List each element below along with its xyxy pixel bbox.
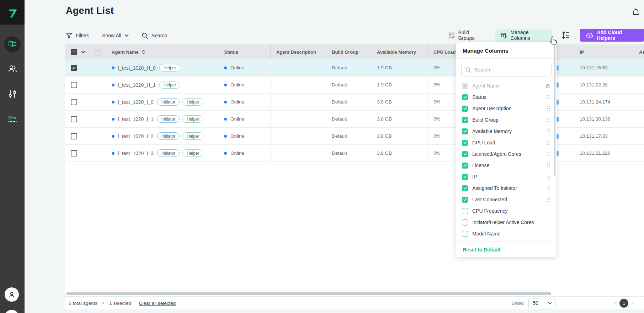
- panel-item-licensed-agent-cores[interactable]: Licensed/Agent Cores: [456, 148, 557, 160]
- panel-item-assigned-to-initiator[interactable]: Assigned To Initiator: [456, 182, 557, 194]
- drag-handle-icon[interactable]: [547, 152, 550, 156]
- selection-dropdown-chevron-icon[interactable]: [81, 51, 86, 54]
- column-header-available-memory[interactable]: Available Memory: [371, 44, 428, 59]
- column-header-agent-description[interactable]: Agent Description: [271, 44, 326, 59]
- panel-item-cpu-load[interactable]: CPU Load: [456, 137, 557, 148]
- panel-checkbox-checked[interactable]: [462, 151, 468, 157]
- row-checkbox[interactable]: [71, 82, 77, 88]
- panel-item-agent-name[interactable]: Agent Name: [456, 80, 557, 91]
- table-row[interactable]: l_test_1020_I_1InitiatorHelperOnlineDefa…: [65, 111, 644, 128]
- sidebar-item-users[interactable]: [0, 63, 25, 74]
- panel-checkbox-checked[interactable]: [462, 163, 468, 169]
- row-checkbox[interactable]: [71, 99, 77, 105]
- drag-handle-icon[interactable]: [547, 197, 550, 202]
- manage-columns-button[interactable]: Manage Columns: [495, 29, 552, 42]
- panel-search-input[interactable]: [474, 67, 545, 73]
- row-checkbox[interactable]: [71, 116, 77, 122]
- previous-page-chevron-icon[interactable]: ‹: [614, 300, 617, 306]
- clear-all-selected-link[interactable]: Clear all selected: [139, 301, 176, 306]
- sidebar-item-license[interactable]: [0, 113, 25, 124]
- horizontal-scrollbar[interactable]: [66, 292, 551, 295]
- badge-initiator: Initiator: [157, 115, 180, 123]
- notifications-bell-icon[interactable]: [631, 8, 641, 18]
- sort-carets-icon[interactable]: [142, 50, 145, 54]
- column-header-build-group[interactable]: Build Group: [326, 44, 371, 59]
- column-header-select[interactable]: [65, 44, 90, 59]
- row-checkbox[interactable]: [71, 150, 77, 156]
- filters-button[interactable]: Filters: [66, 32, 89, 39]
- drag-handle-icon[interactable]: [547, 140, 550, 145]
- panel-title: Manage Columns: [456, 42, 557, 59]
- panel-checkbox-checked[interactable]: [462, 197, 468, 203]
- panel-item-model-name[interactable]: Model Name: [456, 228, 557, 239]
- secondary-avatar-partial[interactable]: [5, 310, 19, 313]
- status-online-dot-icon: [224, 67, 227, 69]
- row-alert-cell: [90, 128, 106, 144]
- agent-name-text: l_test_1020_I_3: [118, 150, 154, 156]
- drag-handle-icon[interactable]: [547, 118, 550, 122]
- panel-footer: Reset to Default: [456, 242, 557, 257]
- panel-checkbox-unchecked[interactable]: [462, 219, 468, 226]
- panel-checkbox-unchecked[interactable]: [462, 208, 468, 214]
- key-icon: [7, 113, 18, 124]
- panel-checkbox-checked[interactable]: [462, 94, 468, 100]
- column-header-status[interactable]: Status: [218, 44, 271, 59]
- panel-item-ip[interactable]: IP: [456, 171, 557, 182]
- drag-handle-icon[interactable]: [547, 175, 550, 179]
- column-header-assigned-to-initiator[interactable]: Assigned To Initiator: [633, 44, 644, 59]
- show-label: Show:: [511, 301, 525, 306]
- table-row[interactable]: l_test_1020_H_0HelperOnlineDefault1.9 GB…: [65, 59, 644, 76]
- column-header-alert[interactable]: !: [90, 44, 106, 59]
- drag-handle-icon[interactable]: [547, 186, 550, 191]
- table-row[interactable]: l_test_1020_I_0InitiatorHelperOnlineDefa…: [65, 94, 644, 111]
- panel-checkbox-checked[interactable]: [462, 128, 468, 134]
- drag-handle-icon[interactable]: [547, 95, 550, 100]
- table-row[interactable]: l_test_1020_I_3InitiatorHelperOnlineDefa…: [65, 145, 644, 162]
- add-cloud-helpers-button[interactable]: Add Cloud Helpers: [580, 29, 644, 42]
- row-checkbox[interactable]: [71, 133, 77, 139]
- panel-checkbox-checked[interactable]: [462, 174, 468, 180]
- reset-to-default-link[interactable]: Reset to Default: [463, 247, 501, 253]
- show-all-dropdown[interactable]: Show All: [102, 33, 129, 38]
- panel-item-cpu-frequency[interactable]: CPU Frequency: [456, 205, 557, 217]
- panel-checkbox-checked[interactable]: [462, 185, 468, 191]
- build-groups-button[interactable]: Build Groups: [448, 30, 485, 41]
- panel-checkbox-checked[interactable]: [462, 140, 468, 146]
- search-button[interactable]: Search: [142, 32, 167, 39]
- panel-item-agent-description[interactable]: Agent Description: [456, 103, 557, 114]
- add-cloud-helpers-label: Add Cloud Helpers: [597, 30, 638, 41]
- panel-checkbox-checked[interactable]: [462, 117, 468, 123]
- row-checkbox-checked[interactable]: [71, 65, 77, 71]
- row-height-button[interactable]: [561, 31, 570, 40]
- panel-item-build-group[interactable]: Build Group: [456, 114, 557, 126]
- column-header-agent-name[interactable]: Agent Name: [106, 44, 218, 59]
- panel-scrollbar[interactable]: [554, 45, 555, 176]
- select-all-checkbox-indeterminate[interactable]: [71, 49, 77, 55]
- check-icon: [463, 84, 467, 88]
- panel-search-box[interactable]: [461, 63, 552, 76]
- drag-handle-icon[interactable]: [547, 129, 550, 134]
- status-online-dot-icon: [224, 135, 227, 138]
- current-page-button[interactable]: 1: [619, 299, 628, 308]
- panel-item-initiator-helper-active-cores[interactable]: Initiator/Helper Active Cores: [456, 217, 557, 228]
- table-row[interactable]: l_test_1020_I_2InitiatorHelperOnlineDefa…: [65, 128, 644, 145]
- status-online-dot-icon: [224, 101, 227, 104]
- sidebar-item-agents[interactable]: [0, 36, 25, 53]
- sidebar-item-settings[interactable]: [0, 89, 25, 100]
- panel-item-available-memory[interactable]: Available Memory: [456, 126, 557, 137]
- page-size-select[interactable]: 50: [528, 298, 555, 308]
- badge-initiator: Initiator: [157, 98, 180, 106]
- table-row[interactable]: l_test_1020_H_1HelperOnlineDefault1.9 GB…: [65, 76, 644, 94]
- panel-item-status[interactable]: Status: [456, 91, 557, 103]
- panel-item-license[interactable]: License: [456, 160, 557, 171]
- panel-checkbox-checked[interactable]: [462, 106, 468, 112]
- column-header-ip[interactable]: IP: [574, 44, 633, 59]
- panel-checkbox-unchecked[interactable]: [462, 231, 468, 237]
- drag-handle-icon[interactable]: [547, 163, 550, 168]
- drag-handle-icon[interactable]: [547, 106, 550, 111]
- check-icon: [72, 66, 76, 70]
- next-page-chevron-icon[interactable]: ›: [631, 300, 633, 306]
- user-avatar[interactable]: [5, 287, 19, 302]
- app-logo[interactable]: [0, 0, 25, 25]
- panel-item-last-connected[interactable]: Last Connected: [456, 194, 557, 205]
